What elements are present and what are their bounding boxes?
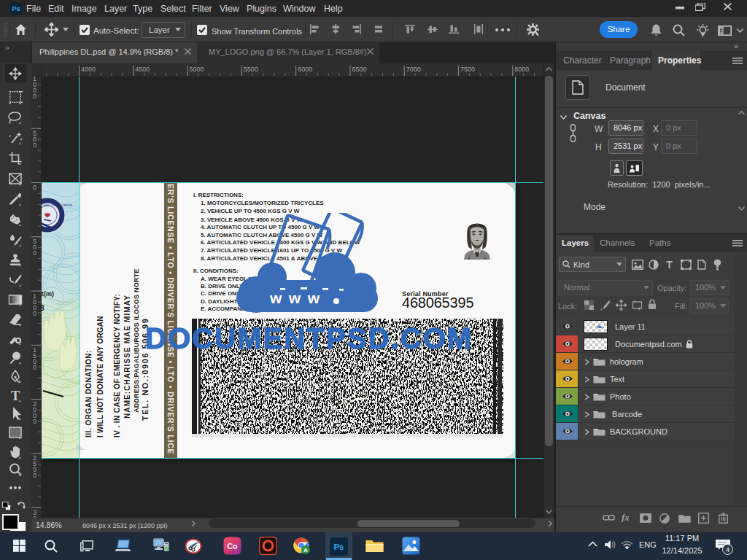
svg-text:6500: 6500 bbox=[352, 66, 366, 73]
svg-text:fx: fx bbox=[622, 513, 630, 522]
svg-text:4500: 4500 bbox=[135, 66, 150, 73]
svg-text:A: A bbox=[303, 547, 308, 553]
svg-text:LAND TRANS OFFICE: LAND TRANS OFFICE bbox=[42, 203, 72, 207]
svg-text:4000: 4000 bbox=[81, 66, 96, 73]
svg-text:7500: 7500 bbox=[460, 66, 475, 73]
svg-text:6000: 6000 bbox=[298, 66, 312, 73]
svg-text:5500: 5500 bbox=[244, 66, 258, 73]
svg-text:Ps: Ps bbox=[333, 542, 344, 551]
svg-text:T: T bbox=[666, 260, 673, 270]
svg-text:7000: 7000 bbox=[406, 66, 421, 73]
svg-text:4: 4 bbox=[726, 546, 729, 553]
svg-text:5000: 5000 bbox=[190, 66, 204, 73]
svg-text:www: www bbox=[269, 289, 327, 306]
svg-text:8000: 8000 bbox=[514, 66, 529, 73]
svg-text:Co: Co bbox=[227, 542, 238, 551]
